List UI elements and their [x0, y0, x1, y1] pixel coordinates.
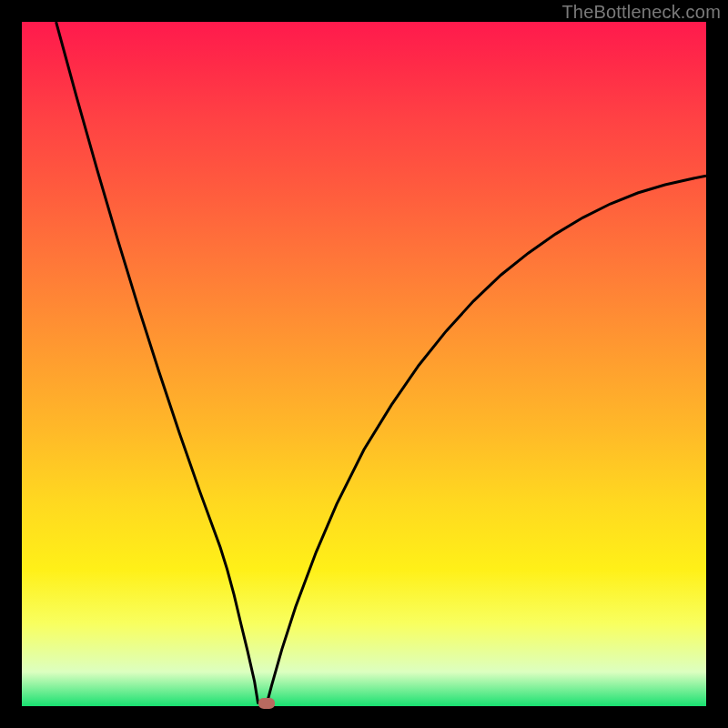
- watermark-text: TheBottleneck.com: [561, 2, 721, 23]
- chart-frame: TheBottleneck.com: [0, 0, 728, 728]
- plot-area: [22, 22, 706, 706]
